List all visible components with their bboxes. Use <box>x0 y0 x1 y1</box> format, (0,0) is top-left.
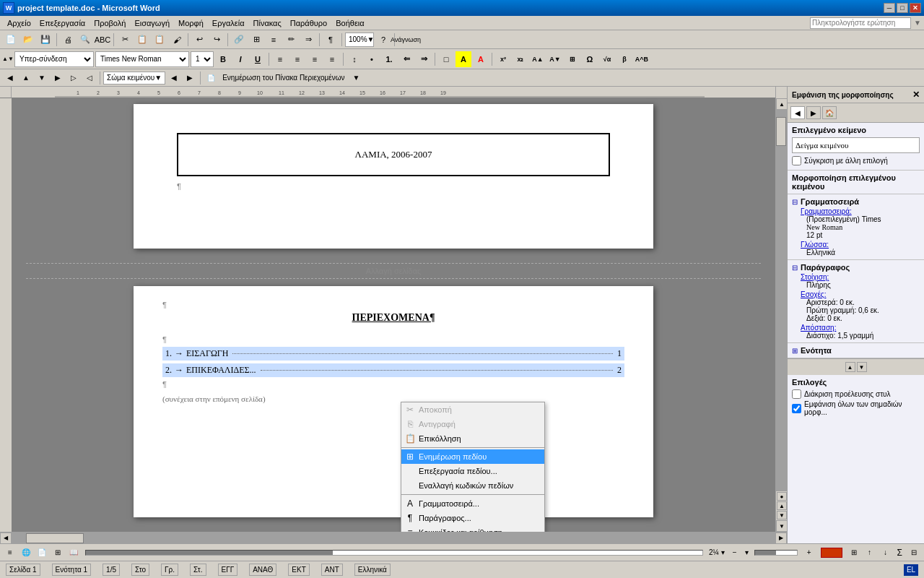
nav-left[interactable]: ◀ <box>167 72 181 85</box>
down-nav-button[interactable]: ▶ <box>51 72 65 85</box>
compare-checkbox[interactable] <box>792 156 801 165</box>
align-right-button[interactable]: ≡ <box>307 51 323 67</box>
bt-outline-view[interactable]: ⊞ <box>51 546 65 559</box>
back-nav-button[interactable]: ◁ <box>82 72 97 85</box>
font-size-dropdown[interactable]: 10 <box>191 51 214 67</box>
rp-align-link[interactable]: Στοίχιση: <box>801 273 920 281</box>
scroll-nav-buttons[interactable]: ● ▲ ▼ <box>776 491 787 520</box>
right-panel-controls[interactable]: ✕ <box>912 90 920 100</box>
zoom-dropdown[interactable]: 100% ▼ <box>345 33 374 47</box>
title-bar-buttons[interactable]: ─ □ ✕ <box>884 3 921 13</box>
nav-right[interactable]: ▶ <box>183 72 197 85</box>
style-dropdown[interactable]: Υπερ-σύνδεση <box>14 51 94 67</box>
scroll-down-button[interactable]: ▼ <box>776 520 787 532</box>
close-button[interactable]: ✕ <box>910 3 921 13</box>
scroll-up-button[interactable]: ▲ <box>776 98 787 110</box>
menu-table[interactable]: Πίνακας <box>249 17 286 29</box>
cm-font[interactable]: A Γραμματοσειρά... <box>401 496 544 511</box>
minimize-button[interactable]: ─ <box>884 3 895 13</box>
maximize-button[interactable]: □ <box>897 3 908 13</box>
h-scroll-left[interactable]: ◀ <box>0 532 12 544</box>
bt-up-arrow[interactable]: ↑ <box>863 546 877 559</box>
bt-reading-view[interactable]: 📖 <box>66 546 81 559</box>
menu-file[interactable]: Αρχείο <box>3 17 35 29</box>
style-arrow[interactable]: ▲▼ <box>3 51 13 67</box>
beta-button[interactable]: β <box>616 51 632 67</box>
decrease-indent-button[interactable]: ⇐ <box>398 51 414 67</box>
menu-view[interactable]: Προβολή <box>90 17 130 29</box>
rp-indent-link[interactable]: Εσοχές: <box>801 290 920 298</box>
cm-copy[interactable]: ⎘ Αντιγραφή <box>401 417 544 431</box>
rp-paragraph-header[interactable]: ⊟ Παράγραφος <box>792 263 920 272</box>
rp-close-icon[interactable]: ✕ <box>912 90 920 100</box>
font-color-button[interactable]: A <box>473 51 489 67</box>
rp-spacing-link[interactable]: Απόσταση: <box>801 324 920 332</box>
tables-button[interactable]: ⊞ <box>248 32 264 48</box>
forward-nav-button[interactable]: ▷ <box>66 72 81 85</box>
h-scroll-track[interactable] <box>12 532 775 544</box>
scroll-track[interactable] <box>776 110 787 491</box>
format-painter-button[interactable]: 🖌 <box>169 32 185 48</box>
cm-toggle-codes[interactable]: Εναλλαγή κωδικών πεδίων <box>401 478 544 493</box>
bt-extra2[interactable]: ⊟ <box>907 546 921 559</box>
paste-button[interactable]: 📋 <box>152 32 167 48</box>
bt-extra1[interactable]: ⊞ <box>847 546 861 559</box>
draw-button[interactable]: ✏ <box>283 32 299 48</box>
highlight-button[interactable]: A <box>456 51 471 67</box>
open-button[interactable]: 📂 <box>20 32 36 48</box>
prev-nav-button[interactable]: ◀ <box>3 72 17 85</box>
increase-indent-button[interactable]: ⇒ <box>416 51 432 67</box>
font-dropdown[interactable]: Times New Roman <box>95 51 189 67</box>
scroll-next-page[interactable]: ▼ <box>777 511 787 519</box>
soma-dropdown[interactable]: Σώμα κειμένου ▼ <box>103 72 165 85</box>
copy-button[interactable]: 📋 <box>134 32 150 48</box>
option1-checkbox[interactable] <box>792 389 801 399</box>
scroll-select-button[interactable]: ● <box>777 492 787 501</box>
document-area[interactable]: ΛΑΜΙΑ, 2006-2007 ¶ Αλλαγή σελίδας ¶ <box>12 98 775 532</box>
menu-format[interactable]: Μορφή <box>174 17 208 29</box>
bt-web-view[interactable]: 🌐 <box>19 546 33 559</box>
align-left-button[interactable]: ≡ <box>272 51 288 67</box>
bt-zoom-slider[interactable] <box>754 550 798 556</box>
rp-forward-button[interactable]: ▶ <box>806 106 821 119</box>
rp-scroll-arrows[interactable]: ▲ ▼ <box>788 358 924 375</box>
bt-scroll-progress[interactable] <box>85 550 703 556</box>
bold-button[interactable]: B <box>215 51 231 67</box>
update-dropdown[interactable]: ▼ <box>349 72 364 85</box>
menu-insert[interactable]: Εισαγωγή <box>130 17 174 29</box>
superscript-button[interactable]: x² <box>495 51 511 67</box>
cm-paste[interactable]: 📋 Επικόλληση <box>401 431 544 446</box>
rp-back-button[interactable]: ◀ <box>790 106 805 119</box>
vertical-scrollbar[interactable]: ▲ ● ▲ ▼ ▼ <box>775 98 787 532</box>
number-button[interactable]: 1. <box>381 51 397 67</box>
align-center-button[interactable]: ≡ <box>289 51 305 67</box>
align-justify-button[interactable]: ≡ <box>324 51 340 67</box>
equation-button[interactable]: √α <box>599 51 615 67</box>
rp-language-link[interactable]: Γλώσσα: <box>801 241 920 249</box>
char-spacing-button[interactable]: ⊞ <box>565 51 580 67</box>
omega-button[interactable]: Ω <box>582 51 598 67</box>
columns-button[interactable]: ≡ <box>266 32 282 48</box>
cm-bullets[interactable]: ≡ Κουκκίδες και αρίθμηση... <box>401 525 544 532</box>
menu-tools[interactable]: Εργαλεία <box>208 17 249 29</box>
indent-button[interactable]: ⇒ <box>300 32 316 48</box>
rp-scroll-down[interactable]: ▼ <box>857 362 867 372</box>
menu-help[interactable]: Βοήθεια <box>331 17 368 29</box>
horizontal-scrollbar[interactable]: ◀ ▶ <box>0 532 787 543</box>
help-button[interactable]: ? <box>375 32 391 48</box>
option2-checkbox[interactable] <box>792 404 801 413</box>
rp-scroll-up[interactable]: ▲ <box>845 362 855 372</box>
h-scroll-right[interactable]: ▶ <box>775 532 787 544</box>
rp-font-link[interactable]: Γραμματοσειρά: <box>801 207 920 215</box>
print-button[interactable]: 🖨 <box>60 32 76 48</box>
scroll-thumb[interactable] <box>776 117 786 146</box>
rp-home-button[interactable]: 🏠 <box>822 106 837 119</box>
cut-button[interactable]: ✂ <box>117 32 133 48</box>
h-scroll-thumb[interactable] <box>26 533 84 543</box>
italic-button[interactable]: I <box>232 51 248 67</box>
menu-edit[interactable]: Επεξεργασία <box>35 17 90 29</box>
shrink-font-button[interactable]: A▼ <box>547 51 563 67</box>
save-button[interactable]: 💾 <box>38 32 53 48</box>
next-nav-button[interactable]: ▲ <box>19 72 33 85</box>
new-button[interactable]: 📄 <box>3 32 19 48</box>
